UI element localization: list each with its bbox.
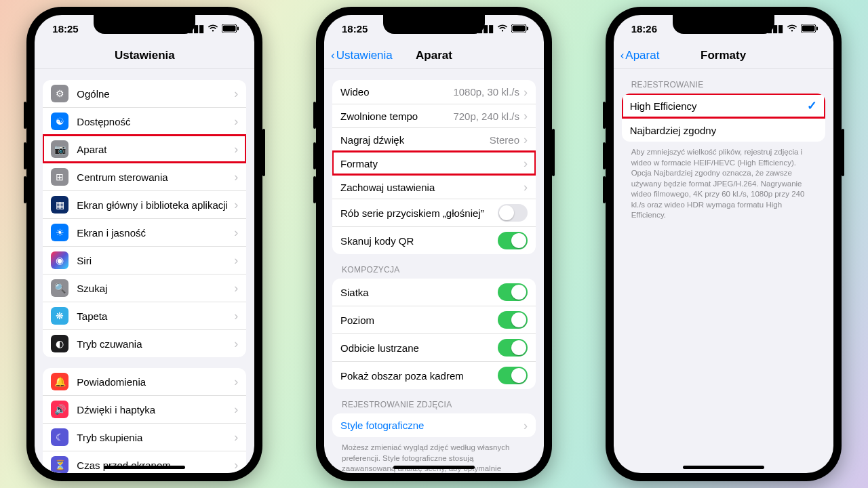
standby-icon: ◐	[51, 335, 68, 352]
toggle[interactable]	[498, 367, 528, 384]
screen: 18:26 ▮▮▮▮ ‹ Aparat Formaty REJESTROWANI…	[614, 15, 833, 473]
chevron-right-icon: ›	[234, 171, 238, 183]
svg-rect-5	[527, 26, 528, 30]
list-row[interactable]: 🔊Dźwięki i haptyka›	[43, 395, 246, 423]
nav-bar: Ustawienia	[35, 42, 254, 69]
list-row[interactable]: Skanuj kody QR	[332, 226, 536, 254]
row-label: Szukaj	[77, 283, 234, 294]
page-title: Ustawienia	[115, 49, 175, 62]
row-label: Siatka	[340, 287, 498, 298]
list-row[interactable]: Pokaż obszar poza kadrem	[332, 361, 536, 389]
list-row[interactable]: ▦Ekran główny i biblioteka aplikacji›	[43, 190, 246, 218]
back-button[interactable]: ‹ Ustawienia	[331, 49, 393, 62]
list-row[interactable]: Formaty›	[332, 151, 536, 175]
back-label: Aparat	[625, 49, 659, 62]
toggle[interactable]	[498, 232, 528, 249]
list-row[interactable]: Poziom	[332, 306, 536, 333]
clock: 18:25	[52, 23, 78, 35]
list-row[interactable]: Style fotograficzne›	[332, 413, 536, 437]
settings-list: SiatkaPoziomOdbicie lustrzanePokaż obsza…	[332, 279, 536, 389]
list-row[interactable]: ⊞Centrum sterowania›	[43, 163, 246, 190]
list-row[interactable]: Zwolnione tempo720p, 240 kl./s›	[332, 104, 536, 127]
svg-rect-1	[223, 25, 236, 31]
content[interactable]: ⚙Ogólne›☯Dostępność›📷Aparat›⊞Centrum ste…	[35, 69, 254, 473]
svg-rect-4	[512, 25, 525, 31]
list-row[interactable]: ◐Tryb czuwania›	[43, 329, 246, 357]
settings-list: ⚙Ogólne›☯Dostępność›📷Aparat›⊞Centrum ste…	[43, 80, 246, 357]
page-title: Formaty	[701, 49, 746, 62]
brightness-icon: ☀	[51, 224, 68, 241]
clock: 18:26	[631, 23, 657, 35]
svg-rect-8	[816, 26, 818, 30]
chevron-right-icon: ›	[234, 143, 238, 155]
list-row[interactable]: ☾Tryb skupienia›	[43, 423, 246, 451]
toggle[interactable]	[498, 283, 528, 301]
row-label: Tryb czuwania	[77, 338, 234, 350]
siri-icon: ◉	[51, 251, 68, 269]
group-header: REJESTROWANIE ZDJĘCIA	[332, 400, 536, 413]
home-screen-icon: ▦	[51, 196, 68, 214]
list-row[interactable]: ☀Ekran i jasność›	[43, 218, 246, 246]
list-row[interactable]: 🔍Szukaj›	[43, 274, 246, 302]
group-header: KOMPOZYCJA	[332, 265, 536, 279]
list-row[interactable]: ☯Dostępność›	[43, 107, 246, 135]
home-indicator[interactable]	[683, 466, 764, 469]
screen: 18:25 ▮▮▮▮ Ustawienia ⚙Ogólne›☯Dostępnoś…	[35, 15, 254, 473]
row-label: Najbardziej zgodny	[630, 125, 817, 136]
list-row[interactable]: Najbardziej zgodny	[622, 118, 825, 142]
list-row[interactable]: Wideo1080p, 30 kl./s›	[332, 80, 536, 104]
toggle[interactable]	[498, 204, 528, 222]
content[interactable]: Wideo1080p, 30 kl./s›Zwolnione tempo720p…	[324, 69, 544, 473]
row-detail: 720p, 240 kl./s	[453, 110, 519, 122]
list-row[interactable]: High Efficiency✓	[622, 94, 825, 118]
back-button[interactable]: ‹ Aparat	[620, 49, 660, 62]
wifi-icon	[787, 23, 797, 35]
row-label: Siri	[77, 255, 234, 266]
row-label: High Efficiency	[630, 100, 807, 112]
list-row[interactable]: 📷Aparat›	[43, 135, 246, 163]
checkmark-icon: ✓	[807, 98, 817, 113]
row-label: Dźwięki i haptyka	[77, 404, 234, 415]
list-row[interactable]: Nagraj dźwiękStereo›	[332, 127, 536, 151]
group-header: REJESTROWANIE	[622, 80, 825, 94]
row-label: Odbicie lustrzane	[340, 342, 498, 354]
chevron-right-icon: ›	[234, 338, 238, 350]
toggle[interactable]	[498, 339, 528, 357]
chevron-right-icon: ›	[234, 282, 238, 294]
nav-bar: ‹ Ustawienia Aparat	[324, 42, 544, 69]
chevron-right-icon: ›	[234, 403, 238, 415]
content[interactable]: REJESTROWANIEHigh Efficiency✓Najbardziej…	[614, 69, 833, 473]
row-label: Centrum sterowania	[77, 171, 234, 183]
clock: 18:25	[342, 23, 368, 35]
toggle[interactable]	[498, 311, 528, 329]
accessibility-icon: ☯	[51, 113, 68, 130]
settings-list: Style fotograficzne›	[332, 413, 536, 437]
wallpaper-icon: ❋	[51, 307, 68, 325]
row-label: Wideo	[340, 86, 453, 98]
row-label: Ekran główny i biblioteka aplikacji	[77, 199, 234, 211]
list-row[interactable]: Rób serie przyciskiem „głośniej”	[332, 199, 536, 226]
group-footer: Aby zmniejszyć wielkość plików, rejestru…	[622, 142, 825, 221]
row-label: Tryb skupienia	[77, 432, 234, 443]
row-label: Style fotograficzne	[340, 420, 524, 431]
chevron-right-icon: ›	[234, 431, 238, 443]
list-row[interactable]: ❋Tapeta›	[43, 302, 246, 329]
row-label: Formaty	[340, 158, 524, 169]
list-row[interactable]: Zachowaj ustawienia›	[332, 175, 536, 199]
home-indicator[interactable]	[104, 466, 185, 469]
page-title: Aparat	[416, 49, 452, 62]
chevron-right-icon: ›	[234, 459, 238, 471]
list-row[interactable]: Odbicie lustrzane	[332, 333, 536, 361]
list-row[interactable]: 🔔Powiadomienia›	[43, 368, 246, 395]
chevron-right-icon: ›	[234, 310, 238, 322]
list-row[interactable]: ⏳Czas przed ekranem›	[43, 451, 246, 473]
row-label: Tapeta	[77, 310, 234, 322]
nav-bar: ‹ Aparat Formaty	[614, 42, 833, 69]
row-label: Rób serie przyciskiem „głośniej”	[340, 207, 498, 219]
settings-group: REJESTROWANIEHigh Efficiency✓Najbardziej…	[622, 80, 825, 221]
list-row[interactable]: ⚙Ogólne›	[43, 80, 246, 107]
home-indicator[interactable]	[393, 466, 475, 469]
list-row[interactable]: ◉Siri›	[43, 246, 246, 274]
list-row[interactable]: Siatka	[332, 279, 536, 306]
svg-rect-7	[802, 25, 814, 31]
